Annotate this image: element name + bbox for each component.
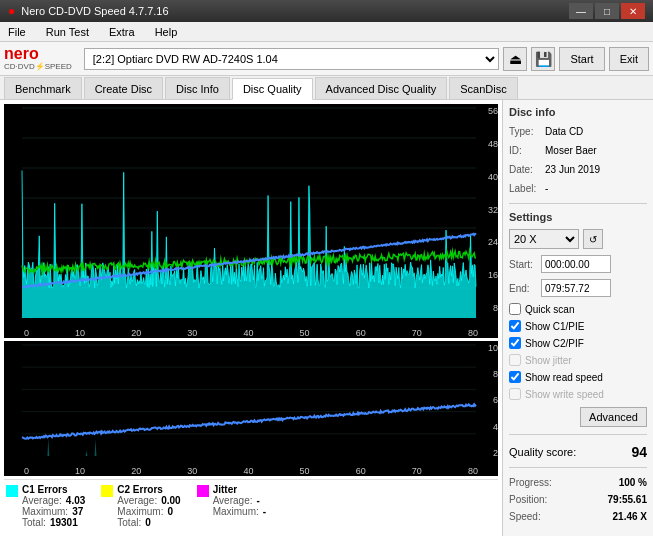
show-write-speed-checkbox [509, 388, 521, 400]
show-read-speed-label: Show read speed [525, 372, 603, 383]
quick-scan-checkbox[interactable] [509, 303, 521, 315]
side-panel: Disc info Type: Data CD ID: Moser Baer D… [503, 100, 653, 536]
disc-label-value: - [545, 181, 548, 196]
tab-scan-disc[interactable]: ScanDisc [449, 77, 517, 99]
top-chart-y-labels: 56 48 40 32 24 16 8 [478, 104, 498, 338]
c1-avg-value: 4.03 [66, 495, 85, 506]
title-bar-left: ● Nero CD-DVD Speed 4.7.7.16 [8, 4, 169, 18]
divider-1 [509, 203, 647, 204]
disc-date-row: Date: 23 Jun 2019 [509, 162, 647, 177]
menu-help[interactable]: Help [151, 24, 182, 40]
divider-3 [509, 467, 647, 468]
tab-disc-info[interactable]: Disc Info [165, 77, 230, 99]
disc-id-label: ID: [509, 143, 541, 158]
c2-total-label: Total: [117, 517, 141, 528]
show-read-speed-checkbox[interactable] [509, 371, 521, 383]
speed-row-progress: Speed: 21.46 X [509, 511, 647, 522]
c2-max-label: Maximum: [117, 506, 163, 517]
title-bar: ● Nero CD-DVD Speed 4.7.7.16 — □ ✕ [0, 0, 653, 22]
start-time-input[interactable] [541, 255, 611, 273]
disc-id-row: ID: Moser Baer [509, 143, 647, 158]
c1-color [6, 485, 18, 497]
y-label-56: 56 [478, 106, 498, 116]
settings-title: Settings [509, 211, 647, 223]
menu-extra[interactable]: Extra [105, 24, 139, 40]
c1-max-label: Maximum: [22, 506, 68, 517]
disc-label-row: Label: - [509, 181, 647, 196]
position-label: Position: [509, 494, 547, 505]
speed-row: 20 X ↺ [509, 229, 647, 249]
show-jitter-label: Show jitter [525, 355, 572, 366]
progress-label: Progress: [509, 477, 552, 488]
end-label: End: [509, 283, 537, 294]
disc-date-value: 23 Jun 2019 [545, 162, 600, 177]
c2-data: C2 Errors Average: 0.00 Maximum: 0 Total… [117, 484, 180, 528]
toolbar: nero CD·DVD⚡SPEED [2:2] Optiarc DVD RW A… [0, 42, 653, 76]
nero-logo-text: nero [4, 46, 72, 62]
bottom-chart-y-labels: 10 8 6 4 2 [478, 341, 498, 476]
jitter-label: Jitter [213, 484, 266, 495]
end-time-row: End: [509, 279, 647, 297]
show-write-speed-row: Show write speed [509, 388, 647, 400]
start-time-row: Start: [509, 255, 647, 273]
show-c2-checkbox[interactable] [509, 337, 521, 349]
show-c2-row: Show C2/PIF [509, 337, 647, 349]
show-write-speed-label: Show write speed [525, 389, 604, 400]
c1-max-value: 37 [72, 506, 83, 517]
window-controls[interactable]: — □ ✕ [569, 3, 645, 19]
menu-bar: File Run Test Extra Help [0, 22, 653, 42]
show-c1-checkbox[interactable] [509, 320, 521, 332]
c2-color [101, 485, 113, 497]
tab-create-disc[interactable]: Create Disc [84, 77, 163, 99]
disc-type-label: Type: [509, 124, 541, 139]
speed-refresh-button[interactable]: ↺ [583, 229, 603, 249]
speed-select[interactable]: 20 X [509, 229, 579, 249]
eject-button[interactable]: ⏏ [503, 47, 527, 71]
c1-avg-label: Average: [22, 495, 62, 506]
disc-info-title: Disc info [509, 106, 647, 118]
drive-select[interactable]: [2:2] Optiarc DVD RW AD-7240S 1.04 [84, 48, 500, 70]
menu-runtest[interactable]: Run Test [42, 24, 93, 40]
quality-score-label: Quality score: [509, 446, 576, 458]
chart-area: 56 48 40 32 24 16 8 01020304050607080 10… [0, 100, 503, 536]
disc-type-row: Type: Data CD [509, 124, 647, 139]
y-label-24: 24 [478, 237, 498, 247]
y-label-48: 48 [478, 139, 498, 149]
menu-file[interactable]: File [4, 24, 30, 40]
nero-logo: nero CD·DVD⚡SPEED [4, 45, 72, 73]
show-c1-row: Show C1/PIE [509, 320, 647, 332]
quality-score-row: Quality score: 94 [509, 444, 647, 460]
top-chart: 56 48 40 32 24 16 8 01020304050607080 [4, 104, 498, 338]
show-read-speed-row: Show read speed [509, 371, 647, 383]
end-time-input[interactable] [541, 279, 611, 297]
c1-total-label: Total: [22, 517, 46, 528]
tab-benchmark[interactable]: Benchmark [4, 77, 82, 99]
start-button[interactable]: Start [559, 47, 604, 71]
progress-value: 100 % [619, 477, 647, 488]
divider-2 [509, 434, 647, 435]
minimize-button[interactable]: — [569, 3, 593, 19]
bottom-chart: 10 8 6 4 2 01020304050607080 [4, 341, 498, 476]
speed-value: 21.46 X [613, 511, 647, 522]
position-row: Position: 79:55.61 [509, 494, 647, 505]
tab-advanced-disc-quality[interactable]: Advanced Disc Quality [315, 77, 448, 99]
quality-score-value: 94 [631, 444, 647, 460]
bottom-chart-x-labels: 01020304050607080 [24, 466, 478, 476]
chart-legend: C1 Errors Average: 4.03 Maximum: 37 Tota… [4, 479, 498, 532]
exit-button[interactable]: Exit [609, 47, 649, 71]
tab-disc-quality[interactable]: Disc Quality [232, 78, 313, 100]
position-value: 79:55.61 [608, 494, 647, 505]
jitter-max-value: - [263, 506, 266, 517]
disc-label-label: Label: [509, 181, 541, 196]
maximize-button[interactable]: □ [595, 3, 619, 19]
nero-logo-sub: CD·DVD⚡SPEED [4, 62, 72, 71]
save-button[interactable]: 💾 [531, 47, 555, 71]
c2-avg-value: 0.00 [161, 495, 180, 506]
advanced-button[interactable]: Advanced [580, 407, 647, 427]
c1-total-value: 19301 [50, 517, 78, 528]
close-button[interactable]: ✕ [621, 3, 645, 19]
disc-type-value: Data CD [545, 124, 583, 139]
c2-total-value: 0 [145, 517, 151, 528]
show-jitter-row: Show jitter [509, 354, 647, 366]
y-label-32: 32 [478, 205, 498, 215]
